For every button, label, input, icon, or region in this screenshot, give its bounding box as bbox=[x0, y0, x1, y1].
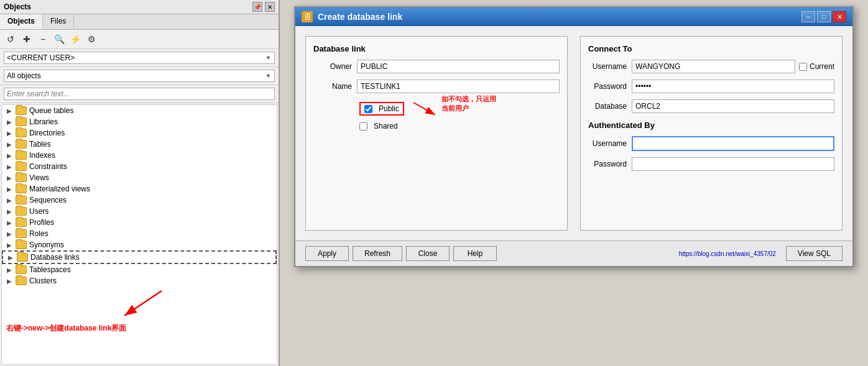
auth-username-label: Username bbox=[588, 139, 632, 148]
tree-item-libraries[interactable]: ▶ Libraries bbox=[2, 116, 277, 127]
dialog-title: Create database link bbox=[318, 12, 402, 22]
panel-title-bar: Objects 📌 ✕ bbox=[0, 0, 279, 14]
footer-link[interactable]: https://blog.csdn.net/waixi_4357/02 bbox=[679, 250, 776, 257]
tree-item-constraints[interactable]: ▶ Constraints bbox=[2, 161, 277, 172]
auth-password-input[interactable] bbox=[632, 157, 834, 171]
refresh-button[interactable]: Refresh bbox=[353, 246, 402, 261]
close-dialog-button[interactable]: Close bbox=[406, 246, 450, 261]
owner-input[interactable] bbox=[357, 60, 560, 73]
refresh-icon[interactable]: ↺ bbox=[4, 32, 17, 46]
current-user-dropdown[interactable]: <CURRENT USER> bbox=[4, 52, 275, 64]
objects-panel: Objects 📌 ✕ Objects Files ↺ ✚ − 🔍 ⚡ ⚙ <C… bbox=[0, 0, 280, 366]
tree-item-views[interactable]: ▶ Views bbox=[2, 172, 277, 183]
folder-icon bbox=[16, 173, 27, 182]
connect-password-label: Password bbox=[588, 82, 632, 91]
dialog-icon: 🗄 bbox=[302, 11, 313, 22]
shared-row: Shared bbox=[313, 122, 560, 130]
folder-icon bbox=[16, 162, 27, 171]
tree-item-clusters[interactable]: ▶ Clusters bbox=[2, 275, 277, 286]
dialog-body: Database link Owner Name Public bbox=[295, 26, 852, 240]
auth-username-row: Username bbox=[588, 136, 834, 151]
connect-username-row: Username Current bbox=[588, 60, 834, 73]
name-input[interactable] bbox=[357, 80, 560, 93]
search-input[interactable] bbox=[4, 88, 275, 100]
tree-item-tablespaces[interactable]: ▶ Tablespaces bbox=[2, 264, 277, 275]
settings-icon[interactable]: ⚙ bbox=[85, 32, 98, 46]
close-button[interactable]: ✕ bbox=[833, 11, 846, 22]
user-dropdown-row: <CURRENT USER> bbox=[0, 49, 279, 67]
dialog-footer: Apply Refresh Close Help https://blog.cs… bbox=[295, 240, 852, 266]
help-button[interactable]: Help bbox=[453, 246, 497, 261]
apply-button[interactable]: Apply bbox=[305, 246, 349, 261]
auth-password-row: Password bbox=[588, 157, 834, 171]
owner-row: Owner bbox=[313, 60, 560, 73]
connect-username-input[interactable] bbox=[632, 60, 795, 73]
tree-item-materialized-views[interactable]: ▶ Materialized views bbox=[2, 183, 277, 194]
current-label: Current bbox=[810, 62, 834, 71]
shared-checkbox[interactable] bbox=[359, 122, 367, 130]
maximize-button[interactable]: □ bbox=[817, 11, 831, 22]
connect-password-row: Password bbox=[588, 80, 834, 93]
dialog-titlebar: 🗄 Create database link ─ □ ✕ bbox=[295, 7, 852, 26]
owner-label: Owner bbox=[313, 62, 357, 71]
view-sql-button[interactable]: View SQL bbox=[786, 246, 843, 261]
db-link-title: Database link bbox=[313, 44, 560, 53]
auth-username-input[interactable] bbox=[632, 136, 834, 151]
folder-icon bbox=[16, 185, 27, 193]
folder-icon bbox=[16, 240, 27, 249]
tree-item-roles[interactable]: ▶ Roles bbox=[2, 228, 277, 239]
name-label: Name bbox=[313, 82, 357, 91]
tree-item-database-links[interactable]: ▶ Database links bbox=[2, 250, 277, 264]
dialog-titlebar-buttons: ─ □ ✕ bbox=[801, 11, 846, 22]
tree-area[interactable]: ▶ Queue tables ▶ Libraries ▶ Directories… bbox=[1, 104, 277, 365]
create-database-link-dialog: 🗄 Create database link ─ □ ✕ Database li… bbox=[294, 6, 854, 267]
toolbar: ↺ ✚ − 🔍 ⚡ ⚙ bbox=[0, 30, 279, 49]
tree-item-indexes[interactable]: ▶ Indexes bbox=[2, 150, 277, 161]
folder-icon bbox=[16, 151, 27, 160]
connect-to-title: Connect To bbox=[588, 44, 834, 53]
auth-section: Authenticated By Username Password bbox=[588, 121, 834, 171]
connect-password-input[interactable] bbox=[632, 80, 834, 93]
tree-item-directories[interactable]: ▶ Directories bbox=[2, 127, 277, 139]
folder-icon bbox=[16, 106, 27, 115]
auth-title: Authenticated By bbox=[588, 121, 834, 130]
public-annotation: 如不勾选，只运用当前用户 bbox=[441, 94, 496, 114]
connect-username-label: Username bbox=[588, 62, 632, 71]
all-objects-dropdown-row: All objects bbox=[0, 67, 279, 85]
svg-line-3 bbox=[413, 103, 435, 115]
folder-icon bbox=[16, 140, 27, 149]
tree-item-sequences[interactable]: ▶ Sequences bbox=[2, 194, 277, 206]
tab-files[interactable]: Files bbox=[43, 14, 74, 29]
tree-item-profiles[interactable]: ▶ Profiles bbox=[2, 217, 277, 228]
db-link-section: Database link Owner Name Public bbox=[305, 36, 568, 231]
folder-icon bbox=[16, 265, 27, 274]
close-panel-button[interactable]: ✕ bbox=[265, 2, 275, 12]
add-icon[interactable]: ✚ bbox=[20, 32, 34, 46]
tree-item-tables[interactable]: ▶ Tables bbox=[2, 139, 277, 150]
tree-item-synonyms[interactable]: ▶ Synonyms bbox=[2, 239, 277, 250]
tabs-row: Objects Files bbox=[0, 14, 279, 30]
public-checkbox-box: Public bbox=[359, 102, 404, 116]
connect-database-input[interactable] bbox=[632, 99, 834, 113]
search-icon[interactable]: 🔍 bbox=[52, 32, 66, 46]
folder-icon bbox=[16, 196, 27, 204]
minimize-button[interactable]: ─ bbox=[801, 11, 815, 22]
folder-icon bbox=[16, 277, 27, 285]
public-checkbox[interactable] bbox=[364, 105, 372, 113]
all-objects-dropdown[interactable]: All objects bbox=[4, 70, 275, 82]
panel-title: Objects bbox=[4, 2, 31, 11]
dialog-overlay: 🗄 Create database link ─ □ ✕ Database li… bbox=[280, 0, 868, 366]
folder-icon bbox=[17, 253, 28, 262]
tree-item-queue-tables[interactable]: ▶ Queue tables bbox=[2, 105, 277, 116]
filter-icon[interactable]: ⚡ bbox=[68, 32, 82, 46]
connect-database-row: Database bbox=[588, 99, 834, 113]
folder-icon bbox=[16, 129, 27, 137]
current-checkbox[interactable] bbox=[799, 63, 807, 71]
folder-icon bbox=[16, 218, 27, 227]
folder-icon bbox=[16, 229, 27, 238]
tab-objects[interactable]: Objects bbox=[0, 14, 43, 29]
connect-database-label: Database bbox=[588, 102, 632, 111]
pin-button[interactable]: 📌 bbox=[252, 2, 262, 12]
minus-icon[interactable]: − bbox=[36, 32, 50, 46]
tree-item-users[interactable]: ▶ Users bbox=[2, 206, 277, 217]
